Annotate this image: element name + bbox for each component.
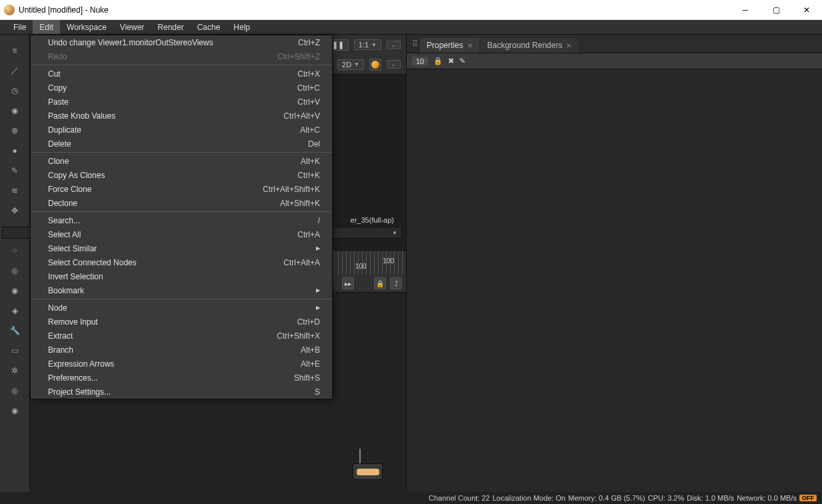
menu-shortcut: Ctrl+Alt+Shift+K [263,185,320,194]
menu-item-branch[interactable]: BranchAlt+B [31,343,332,357]
clear-icon[interactable]: ✖ [448,57,454,65]
ring-d-icon[interactable]: ◎ [4,261,25,280]
sphere-icon[interactable]: ● [4,141,25,160]
menu-bar: FileEditWorkspaceViewerRenderCacheHelp [0,20,822,35]
menu-item-project-settings[interactable]: Project Settings...S [31,385,332,399]
menu-item-cut[interactable]: CutCtrl+X [31,67,332,81]
eye-icon[interactable]: ◉ [4,281,25,300]
monitor-icon[interactable]: ▭ [4,341,25,360]
menu-item-paste-knob-values[interactable]: Paste Knob ValuesCtrl+Alt+V [31,109,332,123]
menu-item-preferences[interactable]: Preferences...Shift+S [31,371,332,385]
menu-shortcut: Shift+S [294,373,320,383]
menu-item-declone[interactable]: DecloneAlt+Shift+K [31,196,332,210]
down-chevron-icon[interactable]: ⌄ [387,41,401,49]
down-chevron-icon[interactable]: ⌄ [387,60,401,69]
wand-icon[interactable]: ✎ [4,161,25,180]
menu-item-remove-input[interactable]: Remove InputCtrl+D [31,315,332,329]
menu-item-force-clone[interactable]: Force CloneCtrl+Alt+Shift+K [31,182,332,196]
wrench-icon[interactable]: 🔧 [4,321,25,340]
menu-shortcut: Ctrl+D [297,317,320,327]
menu-item-search[interactable]: Search.../ [31,213,332,227]
radar-icon[interactable]: ◉ [4,401,25,420]
layers-icon[interactable]: ≋ [4,181,25,200]
tag-icon[interactable]: ◈ [4,301,25,320]
localization-label: Localization Mode: [493,494,554,502]
menu-item-expression-arrows[interactable]: Expression ArrowsAlt+E [31,357,332,371]
tool-strip: ≡／◷◉⊕●✎≋✥⬚⁘◎◉◈🔧▭✲◎◉ [0,35,30,492]
menu-item-select-all[interactable]: Select AllCtrl+A [31,227,332,241]
menu-item-label: Paste [48,97,69,107]
menu-item-delete[interactable]: DeleteDel [31,137,332,151]
dots-icon[interactable]: ⁘ [4,241,25,260]
menu-item-copy[interactable]: CopyCtrl+C [31,81,332,95]
menu-help[interactable]: Help [227,20,257,34]
menu-item-clone[interactable]: CloneAlt+K [31,154,332,168]
off-badge[interactable]: OFF [799,495,817,501]
menu-item-label: Undo change Viewer1.monitorOutStereoView… [48,38,213,47]
menu-separator [31,152,332,153]
view-mode-selector[interactable]: 2D ▼ [337,59,364,70]
step-forward-icon[interactable]: ▸▸ [342,277,354,289]
memory-value: 0.4 GB (5.7%) [599,494,645,502]
close-button[interactable]: ✕ [791,0,822,20]
property-count[interactable]: 10 [412,57,428,66]
mode-label: 2D [342,61,351,69]
menu-shortcut: Ctrl+Shift+X [277,331,320,341]
menu-shortcut: / [318,216,320,225]
clock-icon[interactable]: ◷ [4,81,25,100]
menu-edit[interactable]: Edit [33,20,60,34]
tick-label: 100 [349,263,373,270]
menu-item-invert-selection[interactable]: Invert Selection [31,269,332,283]
maximize-button[interactable]: ▢ [761,0,791,20]
properties-toolbar: 10 🔒 ✖ ✎ [407,53,822,69]
tab-bar: ⠿ Properties ✕ Background Renders ✕ [407,35,822,53]
menu-item-bookmark[interactable]: Bookmark [31,283,332,297]
brush-icon[interactable]: ／ [4,61,25,80]
properties-panel: ⠿ Properties ✕ Background Renders ✕ 10 🔒… [407,35,822,492]
menu-item-label: Paste Knob Values [48,111,115,121]
menu-workspace[interactable]: Workspace [60,20,113,34]
tab-background-renders[interactable]: Background Renders ✕ [481,38,579,53]
viewer-node[interactable] [353,449,383,480]
menu-item-select-connected-nodes[interactable]: Select Connected NodesCtrl+Alt+A [31,255,332,269]
edit-icon[interactable]: ✎ [459,57,465,65]
hamburger-icon[interactable]: ≡ [4,41,25,60]
menu-item-undo-change-viewer1-monitoroutstereoviews[interactable]: Undo change Viewer1.monitorOutStereoView… [31,35,332,49]
move-icon[interactable]: ✥ [4,201,25,220]
lock-icon[interactable]: 🔒 [433,57,443,65]
close-icon[interactable]: ✕ [467,42,473,49]
menu-item-extract[interactable]: ExtractCtrl+Shift+X [31,329,332,343]
menu-shortcut: Ctrl+X [297,69,320,79]
stereo-icon[interactable] [369,59,381,71]
menu-item-node[interactable]: Node [31,301,332,315]
menu-item-paste[interactable]: PasteCtrl+V [31,95,332,109]
menu-render[interactable]: Render [151,20,190,34]
window-controls: ─ ▢ ✕ [730,0,822,19]
flower-icon[interactable]: ✲ [4,361,25,380]
menu-shortcut: Ctrl+V [297,97,320,107]
export-icon[interactable]: ⤴ [390,277,402,289]
zoom-label: 1:1 [359,41,369,49]
menu-viewer[interactable]: Viewer [113,20,151,34]
menu-file[interactable]: File [7,20,33,34]
menu-shortcut: Del [308,139,320,149]
menu-item-copy-as-clones[interactable]: Copy As ClonesCtrl+K [31,168,332,182]
minimize-button[interactable]: ─ [730,0,761,20]
lock-icon[interactable]: 🔒 [374,277,386,289]
format-label: er_35(full-ap) [351,216,394,224]
cpu-value: 3.2% [667,494,684,502]
globe-icon[interactable]: ⊕ [4,121,25,140]
menu-item-label: Clone [48,157,69,166]
menu-item-duplicate[interactable]: DuplicateAlt+C [31,123,332,137]
menu-cache[interactable]: Cache [191,20,227,34]
zoom-selector[interactable]: 1:1 ▼ [354,39,381,50]
edit-menu-dropdown: Undo change Viewer1.monitorOutStereoView… [30,35,333,399]
tab-properties[interactable]: Properties ✕ [420,38,479,53]
close-icon[interactable]: ✕ [566,42,571,49]
target-icon[interactable]: ◎ [4,381,25,400]
tab-handle-icon[interactable]: ⠿ [411,39,419,53]
menu-item-select-similar[interactable]: Select Similar [31,241,332,255]
rings-icon[interactable]: ◉ [4,101,25,120]
menu-item-label: Node [48,303,67,313]
cpu-label: CPU: [648,494,665,502]
